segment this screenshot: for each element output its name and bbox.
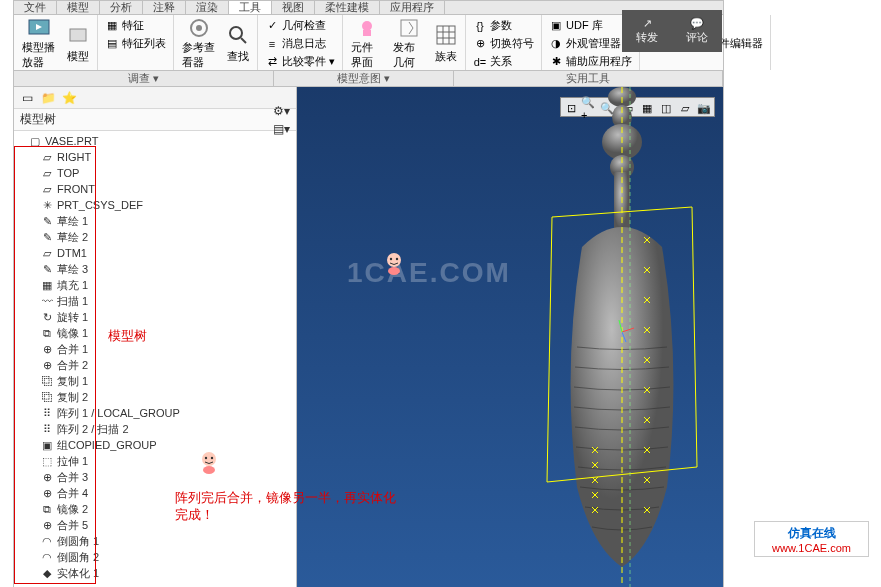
list-icon: ▤ xyxy=(105,37,119,51)
publish-geom-button[interactable]: 发布几何 xyxy=(389,17,428,68)
ref-viewer-button[interactable]: 参考查看器 xyxy=(178,17,220,68)
find-button[interactable]: 查找 xyxy=(223,17,253,68)
appearance-icon: ◑ xyxy=(549,37,563,51)
check-icon: ✓ xyxy=(265,19,279,33)
relations-button[interactable]: d=关系 xyxy=(470,53,537,70)
feature-button[interactable]: ▦特征 xyxy=(102,17,169,34)
label: 评论 xyxy=(686,30,708,45)
feature-list-button[interactable]: ▤特征列表 xyxy=(102,35,169,52)
label: 模型播放器 xyxy=(22,40,56,70)
label: 消息日志 xyxy=(282,36,326,51)
comp-interface-button[interactable]: 元件界面 xyxy=(347,17,386,68)
ref-icon xyxy=(185,16,213,40)
aux-apps-button[interactable]: ✱辅助应用程序 xyxy=(546,53,635,70)
label: 参数 xyxy=(490,18,512,33)
tree-settings-icon[interactable]: ⚙▾ xyxy=(272,102,290,120)
annotation-text: 阵列完后合并，镜像另一半，再实体化 完成！ xyxy=(175,490,396,524)
geom-check-button[interactable]: ✓几何检查 xyxy=(262,17,338,34)
comment-icon: 💬 xyxy=(690,17,704,30)
toggle-symbol-button[interactable]: ⊕切换符号 xyxy=(470,35,537,52)
tab-annotate[interactable]: 注释 xyxy=(143,1,186,14)
svg-point-7 xyxy=(362,21,372,31)
svg-point-60 xyxy=(205,457,207,459)
feature-icon: ▦ xyxy=(105,19,119,33)
menu-tabs: 文件 模型 分析 注释 渲染 工具 视图 柔性建模 应用程序 xyxy=(14,1,723,15)
svg-line-6 xyxy=(241,38,246,43)
label: 查找 xyxy=(227,49,249,64)
svg-rect-8 xyxy=(363,30,371,36)
tab-apps[interactable]: 应用程序 xyxy=(380,1,445,14)
tree-header: 模型树 ⚙▾ ▤▾ xyxy=(14,109,296,131)
tab-file[interactable]: 文件 xyxy=(14,1,57,14)
family-table-button[interactable]: 族表 xyxy=(431,17,461,68)
badge-title: 仿真在线 xyxy=(788,525,836,542)
site-badge[interactable]: 仿真在线 www.1CAE.com xyxy=(754,521,869,557)
label: 切换符号 xyxy=(490,36,534,51)
svg-point-56 xyxy=(390,258,392,260)
share-button[interactable]: ↗ 转发 xyxy=(622,10,672,52)
tree-toolbar: ▭ 📁 ⭐ xyxy=(14,87,296,109)
log-icon: ≡ xyxy=(265,37,279,51)
rel-icon: d= xyxy=(473,55,487,69)
table-icon xyxy=(432,21,460,49)
group-label: 实用工具 xyxy=(454,71,723,86)
svg-point-4 xyxy=(196,25,202,31)
param-icon: {} xyxy=(473,19,487,33)
symbol-icon: ⊕ xyxy=(473,37,487,51)
model-player-button[interactable]: 模型播放器 xyxy=(18,17,60,68)
compare-button[interactable]: ⇄比较零件▾ xyxy=(262,53,338,70)
label: 关系 xyxy=(490,54,512,69)
group-label: 模型意图 ▾ xyxy=(274,71,454,86)
label: 辅助应用程序 xyxy=(566,54,632,69)
publish-icon xyxy=(395,16,423,40)
model-button[interactable]: 模型 xyxy=(63,17,93,68)
tree-title: 模型树 xyxy=(20,111,56,128)
label: 参考查看器 xyxy=(182,40,216,70)
label: 模型 xyxy=(67,49,89,64)
share-bar: ↗ 转发 💬 评论 xyxy=(622,10,722,52)
tab-view[interactable]: 视图 xyxy=(272,1,315,14)
compare-icon: ⇄ xyxy=(265,55,279,69)
label: 外观管理器 xyxy=(566,36,621,51)
params-button[interactable]: {}参数 xyxy=(470,17,537,34)
udf-icon: ▣ xyxy=(549,19,563,33)
emoji-icon xyxy=(197,450,221,474)
tab-analysis[interactable]: 分析 xyxy=(100,1,143,14)
emoji-icon xyxy=(382,251,406,275)
tab-flex[interactable]: 柔性建模 xyxy=(315,1,380,14)
ribbon-group-labels: 调查 ▾ 模型意图 ▾ 实用工具 xyxy=(14,71,723,87)
badge-url: www.1CAE.com xyxy=(772,542,851,554)
player-icon xyxy=(25,16,53,40)
share-icon: ↗ xyxy=(643,17,652,30)
vase-model xyxy=(522,87,722,587)
label: UDF 库 xyxy=(566,18,603,33)
svg-point-5 xyxy=(230,27,242,39)
svg-point-57 xyxy=(396,258,398,260)
watermark: 1CAE.COM xyxy=(347,257,511,289)
svg-point-58 xyxy=(388,267,400,275)
label: 转发 xyxy=(636,30,658,45)
svg-rect-10 xyxy=(437,26,455,44)
label: 比较零件 xyxy=(282,54,326,69)
aux-icon: ✱ xyxy=(549,55,563,69)
tab-render[interactable]: 渲染 xyxy=(186,1,229,14)
annotation-box xyxy=(14,146,96,584)
interface-icon xyxy=(353,16,381,40)
label: 特征列表 xyxy=(122,36,166,51)
model-icon xyxy=(64,21,92,49)
tab-tools[interactable]: 工具 xyxy=(229,1,272,14)
folder-icon[interactable]: 📁 xyxy=(39,89,57,107)
star-icon[interactable]: ⭐ xyxy=(60,89,78,107)
tab-model[interactable]: 模型 xyxy=(57,1,100,14)
label: 族表 xyxy=(435,49,457,64)
svg-point-62 xyxy=(203,466,215,474)
label: 发布几何 xyxy=(393,40,424,70)
group-label: 调查 ▾ xyxy=(14,71,274,86)
svg-rect-2 xyxy=(70,29,86,41)
label: 元件界面 xyxy=(351,40,382,70)
label: 特征 xyxy=(122,18,144,33)
msg-log-button[interactable]: ≡消息日志 xyxy=(262,35,338,52)
tree-tab-icon[interactable]: ▭ xyxy=(18,89,36,107)
ribbon: 模型播放器 模型 ▦特征 ▤特征列表 参考查看器 查找 ✓几何检查 ≡消息日志 xyxy=(14,15,723,71)
comment-button[interactable]: 💬 评论 xyxy=(672,10,722,52)
